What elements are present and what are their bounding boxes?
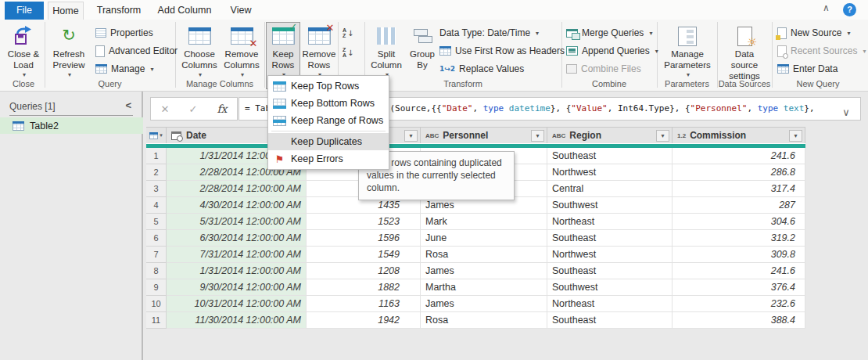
row-number[interactable]: 3 [146, 181, 167, 197]
menu-item-keep-top-rows[interactable]: Keep Top Rows [268, 77, 389, 95]
grid-cell-region[interactable]: Southwest [547, 279, 673, 296]
row-number[interactable]: 5 [146, 214, 167, 230]
grid-cell-commission[interactable]: 376.4 [673, 279, 805, 296]
grid-cell-personnel[interactable]: James [421, 263, 547, 279]
grid-cell-personnel[interactable]: James [421, 296, 547, 312]
grid-cell-region[interactable]: Southeast [547, 312, 673, 329]
grid-cell-region[interactable]: Northeast [547, 296, 673, 312]
select-all-corner[interactable]: ▾ [146, 127, 167, 143]
row-number[interactable]: 1 [146, 148, 167, 164]
formula-segment: "Date" [442, 103, 473, 113]
use-first-row-as-headers-button[interactable]: Use First Row as Headers ▾ [439, 44, 573, 58]
row-number[interactable]: 10 [146, 296, 167, 312]
column-header-commission[interactable]: 1.2Commission▾ [673, 127, 805, 143]
menu-item-keep-duplicates[interactable]: Keep Duplicates [268, 133, 389, 150]
table-row: 99/30/2014 12:00:00 AM1882MarthaSouthwes… [146, 279, 805, 296]
grid-cell-personnel[interactable]: Mark [421, 214, 547, 230]
grid-cell-value[interactable]: 1549 [307, 247, 421, 263]
column-header-region[interactable]: ABCRegion▾ [547, 127, 673, 143]
advanced-editor-button[interactable]: Advanced Editor [95, 44, 178, 58]
column-header-label: Commission [690, 130, 746, 141]
grid-cell-personnel[interactable]: Rosa [421, 312, 547, 329]
merge-queries-button[interactable]: Merge Queries ▾ [566, 26, 652, 40]
grid-cell-date[interactable]: 10/31/2014 12:00:00 AM [167, 296, 307, 312]
grid-cell-commission[interactable]: 304.6 [673, 214, 805, 230]
grid-cell-date[interactable]: 7/31/2014 12:00:00 AM [167, 247, 307, 263]
grid-cell-commission[interactable]: 319.2 [673, 230, 805, 247]
grid-cell-commission[interactable]: 309.8 [673, 247, 805, 263]
menu-item-keep-bottom-rows[interactable]: Keep Bottom Rows [268, 95, 389, 112]
query-item-table2[interactable]: Table2 [0, 117, 143, 134]
grid-cell-value[interactable]: 1882 [307, 279, 421, 296]
enter-data-button[interactable]: Enter Data [777, 62, 838, 76]
grid-cell-commission[interactable]: 241.6 [673, 263, 805, 279]
replace-values-button[interactable]: 1↪2 Replace Values [439, 62, 524, 76]
tab-view[interactable]: View [224, 2, 258, 20]
tab-transform[interactable]: Transform [92, 2, 145, 20]
row-number[interactable]: 2 [146, 164, 167, 181]
choose-columns-label: Choose Columns [178, 49, 221, 71]
sort-ascending-button[interactable]: AZ ↓ [343, 26, 353, 40]
grid-cell-commission[interactable]: 388.4 [673, 312, 805, 329]
menu-item-keep-range-of-rows[interactable]: Keep Range of Rows [268, 112, 389, 129]
row-number[interactable]: 8 [146, 263, 167, 279]
column-header-personnel[interactable]: ABCPersonnel▾ [421, 127, 547, 143]
grid-cell-region[interactable]: Central [547, 181, 673, 197]
grid-cell-personnel[interactable]: Rosa [421, 247, 547, 263]
grid-cell-date[interactable]: 9/30/2014 12:00:00 AM [167, 279, 307, 296]
grid-cell-date[interactable]: 5/31/2014 12:00:00 AM [167, 214, 307, 230]
row-number[interactable]: 9 [146, 279, 167, 296]
grid-cell-date[interactable]: 6/30/2014 12:00:00 AM [167, 230, 307, 247]
grid-cell-commission[interactable]: 286.8 [673, 164, 805, 181]
collapse-ribbon-icon[interactable]: ∧ [823, 2, 830, 13]
grid-cell-value[interactable]: 1942 [307, 312, 421, 329]
grid-cell-region[interactable]: Northwest [547, 247, 673, 263]
filter-dropdown-icon[interactable]: ▾ [656, 130, 669, 142]
properties-label: Properties [110, 27, 153, 38]
row-number[interactable]: 7 [146, 247, 167, 263]
grid-cell-region[interactable]: Southwest [547, 197, 673, 214]
grid-cell-region[interactable]: Northwest [547, 164, 673, 181]
filter-dropdown-icon[interactable]: ▾ [789, 130, 802, 142]
row-number[interactable]: 11 [146, 312, 167, 329]
commit-icon[interactable]: ✓ [188, 103, 197, 115]
grid-cell-value[interactable]: 1163 [307, 296, 421, 312]
append-queries-button[interactable]: Append Queries ▾ [566, 44, 658, 58]
grid-cell-date[interactable]: 4/30/2014 12:00:00 AM [167, 197, 307, 214]
collapse-panel-icon[interactable]: < [125, 99, 131, 111]
grid-cell-personnel[interactable]: Martha [421, 279, 547, 296]
filter-dropdown-icon[interactable]: ▾ [531, 130, 544, 142]
properties-button[interactable]: Properties [95, 26, 153, 40]
row-number[interactable]: 6 [146, 230, 167, 247]
datetime-type-icon [171, 131, 181, 140]
grid-cell-commission[interactable]: 287 [673, 197, 805, 214]
grid-cell-value[interactable]: 1523 [307, 214, 421, 230]
grid-cell-region[interactable]: Northeast [547, 214, 673, 230]
grid-cell-date[interactable]: 1/31/2014 12:00:00 AM [167, 263, 307, 279]
grid-cell-value[interactable]: 1208 [307, 263, 421, 279]
new-source-button[interactable]: New Source ▾ [777, 26, 850, 40]
grid-cell-region[interactable]: Southeast [547, 263, 673, 279]
filter-dropdown-icon[interactable]: ▾ [404, 130, 418, 142]
grid-cell-commission[interactable]: 317.4 [673, 181, 805, 197]
grid-cell-region[interactable]: Southeast [547, 230, 673, 247]
sort-descending-button[interactable]: ZA ↓ [343, 45, 353, 59]
grid-cell-commission[interactable]: 232.6 [673, 296, 805, 312]
data-type-button[interactable]: Data Type: Date/Time ▾ [439, 26, 539, 40]
manage-button[interactable]: Manage ▾ [95, 62, 153, 76]
grid-cell-commission[interactable]: 241.6 [673, 148, 805, 164]
menu-item-keep-errors[interactable]: ⚑Keep Errors [268, 150, 389, 167]
grid-cell-region[interactable]: Southeast [547, 148, 673, 164]
grid-cell-date[interactable]: 11/30/2014 12:00:00 AM [167, 312, 307, 329]
menu-item-label: Keep Bottom Rows [291, 98, 375, 109]
row-number[interactable]: 4 [146, 197, 167, 214]
tab-home[interactable]: Home [48, 2, 84, 20]
grid-cell-date[interactable]: 2/28/2014 12:00:00 AM [167, 181, 307, 197]
expand-formula-icon[interactable]: ∨ [838, 107, 854, 117]
cancel-icon[interactable]: ✕ [161, 103, 170, 115]
tab-file[interactable]: File [5, 2, 44, 20]
help-icon[interactable]: ? [843, 3, 856, 16]
grid-cell-value[interactable]: 1596 [307, 230, 421, 247]
grid-cell-personnel[interactable]: June [421, 230, 547, 247]
tab-add-column[interactable]: Add Column [153, 2, 216, 20]
